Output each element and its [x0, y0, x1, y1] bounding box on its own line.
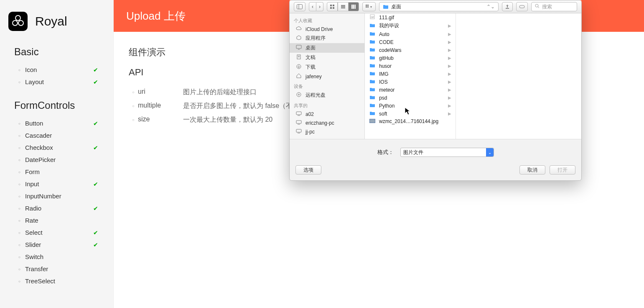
nav-item-cascader[interactable]: Cascader	[0, 129, 113, 141]
nav-item-input[interactable]: Input✔	[0, 178, 113, 190]
view-list-button[interactable]	[338, 2, 349, 11]
nav-item-transfer[interactable]: Transfer	[0, 263, 113, 275]
file-row[interactable]: IMG▶	[365, 70, 456, 78]
view-columns-button[interactable]	[349, 2, 359, 11]
file-row[interactable]: psd▶	[365, 94, 456, 102]
svg-rect-3	[297, 5, 303, 9]
sidebar-item[interactable]: 文稿	[290, 53, 364, 62]
sidebar-item[interactable]: ericzhang-pc	[290, 118, 364, 127]
pc-icon	[295, 128, 302, 135]
folder-icon	[369, 110, 376, 117]
nav-item-rate[interactable]: Rate	[0, 214, 113, 226]
file-row[interactable]: IOS▶	[365, 78, 456, 86]
options-button[interactable]: 选项	[295, 165, 321, 175]
pc-icon	[295, 111, 302, 117]
path-popup[interactable]: 桌面 ⌃⌄	[379, 2, 499, 11]
nav-item-checkbox[interactable]: Checkbox✔	[0, 141, 113, 154]
file-name: psd	[379, 95, 387, 101]
folder-icon	[369, 71, 376, 77]
dialog-footer: 选项 取消 打开	[290, 162, 581, 180]
file-row[interactable]: meteor▶	[365, 86, 456, 94]
file-row[interactable]: GIF111.gif	[365, 13, 456, 21]
folder-icon	[369, 95, 376, 101]
sidebar-item[interactable]: 下载	[290, 62, 364, 72]
sidebar-item[interactable]: 远程光盘	[290, 90, 364, 100]
chevron-right-icon: ▶	[448, 23, 451, 28]
sidebar-item-label: a02	[305, 111, 314, 117]
sidebar-item-label: jafeney	[305, 74, 322, 80]
view-icons-button[interactable]	[327, 2, 338, 11]
nav-item-button[interactable]: Button✔	[0, 117, 113, 129]
sidebar-toggle-button[interactable]	[294, 2, 305, 11]
nav-item-label: Input	[25, 180, 39, 187]
svg-rect-32	[296, 112, 301, 115]
svg-rect-18	[367, 6, 369, 8]
arrange-button[interactable]: ▾	[362, 2, 376, 11]
check-icon: ✔	[93, 144, 98, 151]
api-desc: 图片上传的后端处理接口	[183, 88, 257, 97]
tags-button[interactable]	[516, 2, 528, 11]
file-row[interactable]: CODE▶	[365, 38, 456, 46]
file-name: 111.gif	[379, 15, 394, 21]
nav-item-switch[interactable]: Switch	[0, 251, 113, 263]
nav-item-form[interactable]: Form	[0, 166, 113, 178]
chevron-right-icon: ▶	[448, 87, 451, 92]
folder-icon	[369, 23, 376, 29]
open-button[interactable]: 打开	[550, 165, 575, 175]
nav-item-select[interactable]: Select✔	[0, 226, 113, 239]
folder-icon	[369, 47, 376, 53]
main-content: Upload 上传 组件演示 处 API ○uri图片上传的后端处理接口○mul…	[114, 0, 644, 308]
format-select[interactable]: 图片文件 ⌄	[400, 148, 494, 157]
check-icon: ✔	[93, 181, 98, 187]
file-name: husor	[379, 63, 392, 69]
file-row[interactable]: Python▶	[365, 102, 456, 110]
sidebar-item[interactable]: 应用程序	[290, 33, 364, 43]
file-row[interactable]: husor▶	[365, 62, 456, 70]
nav-group-title: Basic	[0, 42, 113, 61]
sidebar-section-devices: 设备	[290, 81, 364, 90]
svg-rect-24	[296, 45, 301, 49]
svg-rect-5	[330, 5, 332, 6]
file-name: IOS	[379, 79, 388, 85]
forward-button[interactable]: ›	[316, 2, 323, 11]
format-value: 图片文件	[403, 149, 423, 156]
folder-icon	[369, 55, 376, 61]
sidebar-item[interactable]: jj-pc	[290, 127, 364, 136]
search-input[interactable]: 搜索	[531, 2, 577, 11]
file-name: CODE	[379, 39, 394, 45]
nav-item-datepicker[interactable]: DatePicker	[0, 154, 113, 166]
nav-back-forward: ‹ ›	[309, 2, 323, 11]
nav-item-label: Transfer	[25, 265, 48, 272]
nav-item-slider[interactable]: Slider✔	[0, 239, 113, 251]
share-button[interactable]	[502, 2, 513, 11]
sidebar-item[interactable]: iCloud Drive	[290, 25, 364, 33]
svg-rect-34	[296, 121, 301, 123]
file-row[interactable]: Auto▶	[365, 30, 456, 38]
nav-item-inputnumber[interactable]: InputNumber	[0, 190, 113, 202]
chevron-right-icon: ▶	[448, 64, 451, 68]
disc-icon	[295, 92, 302, 98]
sidebar-item-label: 应用程序	[305, 35, 326, 42]
nav-item-icon[interactable]: Icon✔	[0, 64, 113, 76]
nav-item-radio[interactable]: Radio✔	[0, 202, 113, 214]
file-row[interactable]: wzmc_2014…7160144.jpg	[365, 118, 456, 125]
svg-rect-13	[353, 5, 354, 9]
nav-item-treeselect[interactable]: TreeSelect	[0, 275, 113, 287]
nav-item-layout[interactable]: Layout✔	[0, 76, 113, 88]
format-label: 格式：	[377, 149, 394, 156]
svg-rect-7	[330, 7, 332, 9]
cancel-button[interactable]: 取消	[519, 165, 545, 175]
sidebar-item[interactable]: 桌面	[290, 43, 364, 53]
folder-icon	[369, 103, 376, 109]
back-button[interactable]: ‹	[309, 2, 316, 11]
file-row[interactable]: gitHub▶	[365, 54, 456, 62]
desktop-icon	[295, 45, 302, 51]
sidebar-item[interactable]: a02	[290, 110, 364, 118]
nav-item-label: Radio	[25, 205, 41, 212]
file-row[interactable]: 我的毕设▶	[365, 21, 456, 30]
brand-logo	[8, 12, 28, 31]
dialog-sidebar: 个人收藏 iCloud Drive应用程序桌面文稿下载jafeney 设备 远程…	[290, 13, 365, 139]
file-row[interactable]: codeWars▶	[365, 46, 456, 54]
sidebar-item[interactable]: jafeney	[290, 72, 364, 81]
file-row[interactable]: soft▶	[365, 110, 456, 118]
